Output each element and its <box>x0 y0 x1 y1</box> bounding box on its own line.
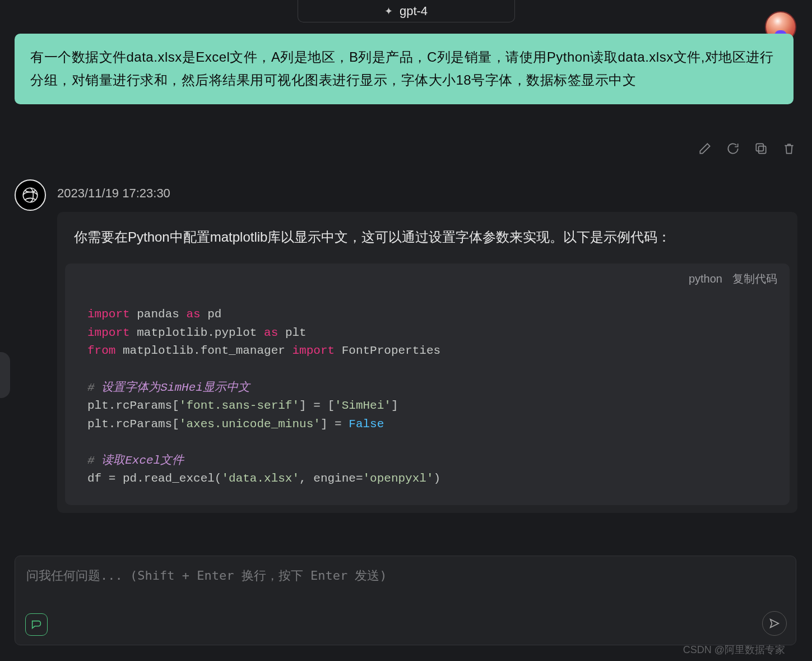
delete-icon[interactable] <box>782 141 796 156</box>
assistant-avatar <box>15 179 46 211</box>
copy-icon[interactable] <box>754 141 768 156</box>
copy-code-button[interactable]: 复制代码 <box>732 271 777 286</box>
sparkle-icon: ✦ <box>384 5 393 17</box>
code-block: python 复制代码 import pandas as pd import m… <box>65 264 790 505</box>
code-language: python <box>689 272 722 285</box>
assistant-message: 2023/11/19 17:23:30 你需要在Python中配置matplot… <box>15 179 797 211</box>
edit-icon[interactable] <box>698 141 712 156</box>
user-message-bubble: 有一个数据文件data.xlsx是Excel文件，A列是地区，B列是产品，C列是… <box>15 34 794 104</box>
svg-point-2 <box>23 188 38 202</box>
watermark: CSDN @阿里数据专家 <box>683 643 785 657</box>
assistant-text: 你需要在Python中配置matplotlib库以显示中文，这可以通过设置字体参… <box>57 227 797 260</box>
chat-input-area <box>15 556 796 645</box>
user-message-text: 有一个数据文件data.xlsx是Excel文件，A列是地区，B列是产品，C列是… <box>30 49 773 87</box>
code-header: python 复制代码 <box>65 264 790 292</box>
svg-rect-0 <box>759 146 766 154</box>
companion-icon[interactable] <box>25 613 48 636</box>
message-actions <box>698 141 796 156</box>
model-label: gpt-4 <box>400 4 428 19</box>
assistant-timestamp: 2023/11/19 17:23:30 <box>57 186 170 201</box>
side-collapse-handle[interactable] <box>0 352 10 398</box>
svg-rect-1 <box>756 144 763 151</box>
chat-input[interactable] <box>26 566 785 617</box>
model-selector[interactable]: ✦ gpt-4 <box>298 0 515 22</box>
regenerate-icon[interactable] <box>726 141 740 156</box>
send-button[interactable] <box>762 611 787 636</box>
assistant-body: 你需要在Python中配置matplotlib库以显示中文，这可以通过设置字体参… <box>57 212 797 513</box>
code-content[interactable]: import pandas as pd import matplotlib.py… <box>65 292 790 505</box>
